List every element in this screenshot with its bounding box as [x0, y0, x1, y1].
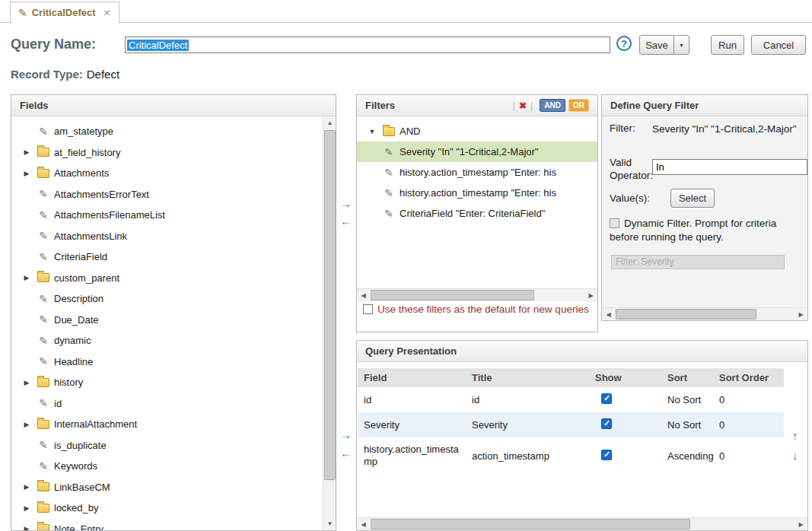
or-button[interactable]: OR: [568, 99, 589, 112]
scroll-left-icon[interactable]: ◀: [602, 308, 615, 321]
folder-icon: [37, 378, 49, 387]
remove-filter-button[interactable]: ←: [340, 215, 352, 227]
sort-cell[interactable]: No Sort: [661, 412, 713, 437]
scroll-down-icon[interactable]: ▼: [323, 517, 336, 530]
scroll-right-icon[interactable]: ▶: [794, 518, 807, 531]
field-tree-item[interactable]: ▶Attachments: [11, 163, 323, 184]
table-row[interactable]: ididNo Sort0: [358, 387, 784, 412]
presentation-hscrollbar[interactable]: ◀ ▶: [357, 517, 807, 530]
field-tree-item[interactable]: ✎Due_Date: [11, 310, 323, 331]
sort-order-cell[interactable]: 0: [713, 387, 784, 412]
folder-icon: [37, 420, 49, 429]
collapse-icon[interactable]: ▼: [366, 128, 378, 135]
filters-tree: ▼AND✎Severity "In" "1-Critical,2-Major"✎…: [357, 116, 597, 288]
move-field-to-display-button[interactable]: →: [340, 429, 352, 440]
scrollbar-thumb[interactable]: [616, 309, 756, 320]
field-tree-item[interactable]: ✎CriteriaField: [11, 246, 323, 268]
remove-display-field-button[interactable]: ←: [340, 447, 352, 459]
save-dropdown-button[interactable]: ▼: [673, 35, 689, 55]
delete-filter-icon[interactable]: ✖: [519, 100, 527, 111]
expand-icon[interactable]: ▶: [21, 379, 33, 386]
field-tree-item[interactable]: ✎AttachmentsErrorText: [11, 184, 323, 205]
scrollbar-thumb[interactable]: [371, 290, 534, 300]
help-icon[interactable]: ?: [616, 36, 632, 51]
field-icon: ✎: [37, 189, 49, 199]
select-values-button[interactable]: Select: [670, 189, 715, 208]
field-tree-item[interactable]: ✎id: [11, 393, 323, 415]
scroll-up-icon[interactable]: ▲: [323, 116, 336, 129]
show-checkbox[interactable]: [601, 393, 612, 404]
sort-order-cell[interactable]: 0: [713, 437, 784, 474]
move-row-up-button[interactable]: ↑: [792, 430, 798, 441]
field-icon: ✎: [37, 294, 49, 304]
scroll-right-icon[interactable]: ▶: [794, 308, 807, 321]
field-item-label: am_statetype: [54, 126, 113, 137]
default-filters-checkbox[interactable]: [363, 304, 373, 314]
query-name-input[interactable]: CriticalDefect: [125, 37, 610, 53]
filter-item[interactable]: ✎history.action_timestamp "Enter: his: [357, 183, 597, 203]
field-tree-item[interactable]: ✎AttachmentsFilenameList: [11, 205, 323, 226]
title-cell: Severity: [466, 412, 589, 437]
show-checkbox[interactable]: [601, 450, 612, 460]
expand-icon[interactable]: ▶: [21, 483, 33, 491]
sort-cell[interactable]: Ascending: [661, 437, 713, 474]
dynamic-filter-checkbox[interactable]: [610, 218, 619, 228]
field-tree-item[interactable]: ✎dynamic: [11, 330, 323, 351]
field-cell: history.action_timestamp: [358, 437, 466, 474]
save-button[interactable]: Save: [639, 35, 674, 55]
table-row[interactable]: SeveritySeverityNo Sort0: [358, 412, 784, 437]
expand-icon[interactable]: ▶: [21, 525, 33, 530]
define-hscrollbar[interactable]: ◀ ▶: [602, 307, 807, 320]
folder-icon: [383, 127, 395, 136]
filter-icon: ✎: [383, 167, 395, 178]
record-type: Record Type:Defect: [11, 68, 119, 81]
close-icon[interactable]: ✕: [103, 8, 111, 18]
and-button[interactable]: AND: [540, 99, 565, 112]
expand-icon[interactable]: ▶: [21, 170, 33, 177]
field-tree-item[interactable]: ✎Keywords: [11, 456, 323, 477]
scrollbar-thumb[interactable]: [371, 519, 690, 529]
tab-criticaldefect[interactable]: ✎ CriticalDefect ✕: [10, 2, 119, 24]
expand-icon[interactable]: ▶: [21, 274, 33, 281]
expand-icon[interactable]: ▶: [21, 148, 33, 156]
field-tree-item[interactable]: ▶history: [11, 372, 323, 393]
field-icon: ✎: [37, 356, 49, 367]
field-tree-item[interactable]: ▶Note_Entry: [11, 519, 323, 531]
field-tree-item[interactable]: ▶locked_by: [11, 498, 323, 519]
query-name-label: Query Name:: [11, 37, 96, 52]
record-type-label: Record Type:: [11, 68, 83, 81]
move-row-down-button[interactable]: ↓: [792, 450, 798, 461]
expand-icon[interactable]: ▶: [21, 504, 33, 512]
run-button[interactable]: Run: [711, 35, 744, 55]
define-filter-header: Define Query Filter: [602, 95, 807, 116]
scrollbar-thumb[interactable]: [324, 130, 336, 480]
valid-operator-input[interactable]: [652, 159, 807, 175]
filter-group-row[interactable]: ▼AND: [357, 121, 597, 141]
cancel-button[interactable]: Cancel: [751, 35, 806, 55]
table-header-row: Field Title Show Sort Sort Order: [358, 368, 784, 387]
move-field-to-filter-button[interactable]: →: [340, 198, 352, 209]
field-tree-item[interactable]: ▶InternalAttachment: [11, 414, 323, 435]
field-tree-item[interactable]: ▶at_field_history: [11, 142, 323, 164]
show-checkbox[interactable]: [601, 418, 612, 429]
filter-item[interactable]: ✎history.action_timestamp "Enter: his: [357, 162, 597, 183]
filter-item[interactable]: ✎Severity "In" "1-Critical,2-Major": [357, 141, 597, 162]
fields-scrollbar[interactable]: ▲ ▼: [323, 116, 336, 530]
scroll-left-icon[interactable]: ◀: [357, 518, 370, 531]
define-filter-body: Filter: Severity "In" "1-Critical,2-Majo…: [602, 116, 807, 320]
expand-icon[interactable]: ▶: [21, 421, 33, 428]
divider: |: [530, 100, 533, 111]
field-tree-item[interactable]: ✎am_statetype: [11, 121, 323, 142]
field-tree-item[interactable]: ✎AttachmentsLink: [11, 226, 323, 247]
field-tree-item[interactable]: ▶LinkBaseCM: [11, 477, 323, 498]
table-row[interactable]: history.action_timestampaction_timestamp…: [358, 437, 784, 474]
sort-order-cell[interactable]: 0: [713, 412, 784, 437]
field-cell: id: [358, 387, 466, 412]
field-tree-item[interactable]: ✎Headline: [11, 351, 323, 373]
sort-cell[interactable]: No Sort: [661, 387, 713, 412]
field-tree-item[interactable]: ✎is_duplicate: [11, 435, 323, 456]
filter-item[interactable]: ✎CriteriaField "Enter: CriteriaField": [357, 203, 597, 224]
field-tree-item[interactable]: ✎Description: [11, 288, 323, 310]
field-tree-item[interactable]: ▶custom_parent: [11, 268, 323, 289]
column-field: Field: [358, 368, 466, 387]
